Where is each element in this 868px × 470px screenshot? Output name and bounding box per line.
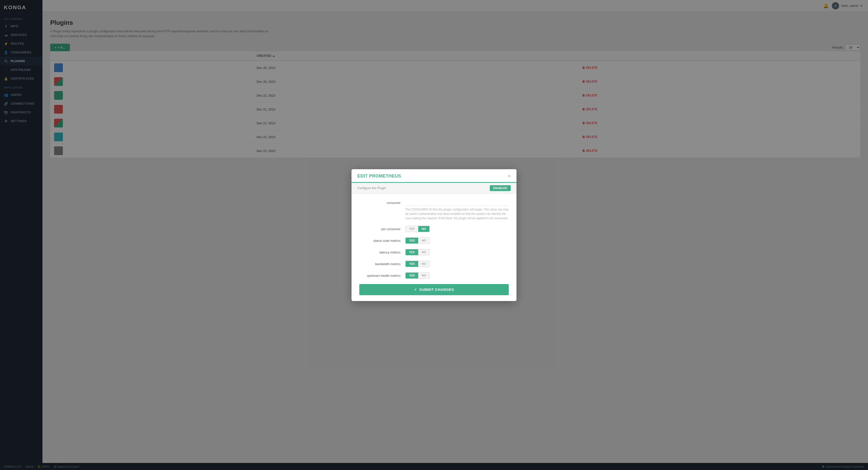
consumer-label: consumer (359, 200, 401, 205)
toggle-yes-option[interactable]: YES (406, 238, 418, 243)
upstream-health-metrics-label: upstream health metrics (359, 272, 401, 277)
modal-title: EDIT PROMETHEUS (357, 174, 401, 179)
toggle-yes-option[interactable]: YES (406, 261, 418, 267)
submit-label: SUBMIT CHANGES (419, 288, 454, 292)
bandwidth-metrics-field-row: bandwidth metrics YES NO (359, 261, 509, 267)
toggle-no-option[interactable]: NO (418, 249, 429, 255)
per-consumer-label: per consumer (359, 226, 401, 231)
upstream-health-toggle-wrap: YES NO (405, 272, 509, 279)
latency-metrics-field-row: latency metrics YES NO (359, 249, 509, 255)
toggle-yes-option[interactable]: YES (406, 249, 418, 255)
bandwidth-metrics-control: YES NO (405, 261, 509, 267)
status-code-metrics-field-row: status code metrics YES NO (359, 237, 509, 244)
consumer-field-row: consumer The CONSUMER ID that this plugi… (359, 200, 509, 221)
toggle-no-option[interactable]: NO (418, 238, 429, 243)
latency-toggle-wrap: YES NO (405, 249, 509, 255)
bandwidth-metrics-label: bandwidth metrics (359, 261, 401, 266)
per-consumer-toggle-wrap: YES NO (405, 226, 509, 232)
latency-metrics-control: YES NO (405, 249, 509, 255)
upstream-health-metrics-control: YES NO (405, 272, 509, 279)
modal-subheader: Configure the Plugin ENABLED (351, 183, 517, 194)
consumer-hint: The CONSUMER ID that this plugin configu… (405, 207, 509, 221)
per-consumer-field-row: per consumer YES NO (359, 226, 509, 232)
latency-metrics-label: latency metrics (359, 249, 401, 254)
upstream-health-toggle[interactable]: YES NO (405, 272, 430, 279)
bandwidth-toggle-wrap: YES NO (405, 261, 509, 267)
latency-toggle[interactable]: YES NO (405, 249, 430, 255)
toggle-yes-option[interactable]: YES (406, 226, 418, 232)
modal-overlay: EDIT PROMETHEUS × Configure the Plugin E… (0, 0, 868, 470)
per-consumer-toggle[interactable]: YES NO (405, 226, 430, 232)
toggle-no-option[interactable]: NO (418, 273, 429, 278)
status-code-toggle-wrap: YES NO (405, 237, 509, 244)
status-code-toggle[interactable]: YES NO (405, 237, 430, 244)
check-icon: ✓ (414, 288, 417, 292)
toggle-yes-option[interactable]: YES (406, 273, 418, 278)
submit-changes-button[interactable]: ✓ SUBMIT CHANGES (359, 284, 509, 295)
consumer-input[interactable] (405, 200, 509, 206)
modal-close-button[interactable]: × (508, 174, 511, 178)
configure-plugin-text: Configure the Plugin (357, 186, 386, 190)
consumer-control: The CONSUMER ID that this plugin configu… (405, 200, 509, 221)
per-consumer-control: YES NO (405, 226, 509, 232)
modal-body: consumer The CONSUMER ID that this plugi… (351, 194, 517, 301)
modal-header: EDIT PROMETHEUS × (351, 169, 517, 183)
status-code-metrics-control: YES NO (405, 237, 509, 244)
toggle-no-option[interactable]: NO (418, 226, 429, 232)
upstream-health-metrics-field-row: upstream health metrics YES NO (359, 272, 509, 279)
bandwidth-toggle[interactable]: YES NO (405, 261, 430, 267)
status-code-metrics-label: status code metrics (359, 237, 401, 242)
toggle-no-option[interactable]: NO (418, 261, 429, 267)
edit-prometheus-modal: EDIT PROMETHEUS × Configure the Plugin E… (351, 169, 517, 301)
enabled-badge: ENABLED (490, 185, 511, 191)
